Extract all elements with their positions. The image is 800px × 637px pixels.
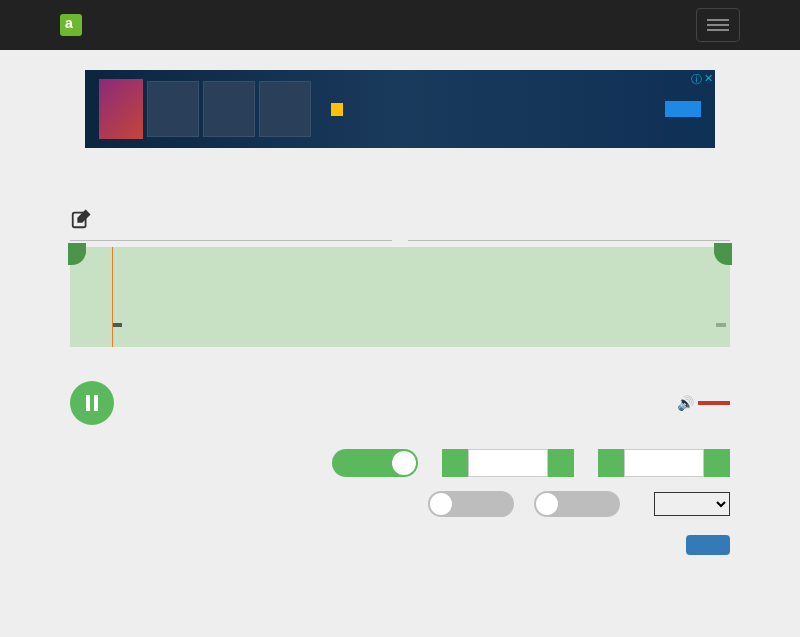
fade-in-toggle[interactable] bbox=[428, 491, 514, 517]
mode-knob bbox=[392, 451, 416, 475]
crop-button[interactable] bbox=[686, 535, 730, 555]
fade-out-toggle[interactable] bbox=[534, 491, 620, 517]
playhead[interactable] bbox=[112, 247, 113, 347]
controls-row-2 bbox=[428, 491, 730, 517]
end-increment-button[interactable] bbox=[704, 449, 730, 477]
start-decrement-button[interactable] bbox=[442, 449, 468, 477]
logo-icon bbox=[60, 14, 82, 36]
keep-divider bbox=[70, 240, 730, 241]
menu-icon[interactable] bbox=[696, 8, 740, 42]
ad-thumbnails bbox=[147, 81, 311, 137]
edit-icon bbox=[70, 208, 92, 230]
main-container: 🔊 bbox=[70, 208, 730, 555]
player-row: 🔊 bbox=[70, 381, 730, 425]
playhead-time bbox=[112, 323, 122, 327]
pause-button[interactable] bbox=[70, 381, 114, 425]
navbar bbox=[0, 0, 800, 50]
volume-control[interactable]: 🔊 bbox=[677, 395, 730, 411]
ad-controls[interactable]: ⓘ ✕ bbox=[691, 72, 713, 87]
end-time bbox=[716, 323, 726, 327]
ad-cta-button[interactable] bbox=[665, 101, 701, 117]
ad-new-badge bbox=[331, 103, 343, 116]
section-heading bbox=[70, 208, 730, 230]
end-input[interactable] bbox=[624, 449, 704, 477]
ad-info-icon[interactable]: ⓘ bbox=[691, 72, 702, 87]
end-decrement-button[interactable] bbox=[598, 449, 624, 477]
format-select[interactable] bbox=[654, 492, 730, 516]
start-group bbox=[442, 449, 574, 477]
ad-copy bbox=[331, 99, 665, 119]
controls-panel bbox=[70, 449, 730, 555]
controls-row-1 bbox=[320, 449, 730, 477]
waveform-lower bbox=[70, 347, 730, 365]
mode-toggle[interactable] bbox=[332, 449, 418, 477]
start-input[interactable] bbox=[468, 449, 548, 477]
ad-banner[interactable]: ⓘ ✕ bbox=[85, 70, 715, 148]
volume-icon: 🔊 bbox=[677, 395, 694, 411]
brand-logo[interactable] bbox=[60, 14, 90, 36]
waveform-upper[interactable] bbox=[70, 247, 730, 347]
end-group bbox=[598, 449, 730, 477]
volume-bar[interactable] bbox=[698, 401, 730, 405]
ad-package-badge bbox=[99, 79, 143, 139]
waveform[interactable] bbox=[70, 247, 730, 365]
start-increment-button[interactable] bbox=[548, 449, 574, 477]
ad-close-icon[interactable]: ✕ bbox=[704, 72, 713, 87]
